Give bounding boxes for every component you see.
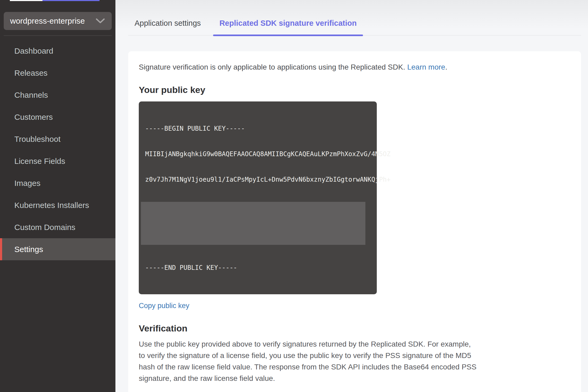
window-top-progress-bar: [42, 0, 100, 1]
intro-text-body: Signature verification is only applicabl…: [139, 63, 407, 71]
public-key-heading: Your public key: [139, 85, 570, 95]
sidebar-item-troubleshoot[interactable]: Troubleshoot: [0, 128, 115, 150]
sidebar-divider: [4, 35, 112, 36]
tab-replicated-sdk-signature-verification[interactable]: Replicated SDK signature verification: [213, 19, 363, 35]
public-key-line: MIIBIjANBgkqhkiG9w0BAQEFAAOCAQ8AMIIBCgKC…: [145, 150, 377, 158]
app-selector-dropdown[interactable]: wordpress-enterprise: [4, 12, 112, 30]
learn-more-link[interactable]: Learn more: [407, 63, 445, 71]
sidebar-item-settings[interactable]: Settings: [0, 238, 115, 260]
public-key-end-line: -----END PUBLIC KEY-----: [145, 263, 377, 272]
sidebar-item-dashboard[interactable]: Dashboard: [0, 40, 115, 62]
verification-heading: Verification: [139, 323, 570, 334]
chevron-down-icon: [96, 18, 105, 24]
sidebar-item-custom-domains[interactable]: Custom Domains: [0, 216, 115, 238]
sidebar-item-license-fields[interactable]: License Fields: [0, 150, 115, 172]
intro-period: .: [445, 63, 447, 71]
sidebar: wordpress-enterprise DashboardReleasesCh…: [0, 0, 115, 392]
verification-description: Use the public key provided above to ver…: [139, 338, 478, 384]
code-language-tabs: GoNodeJSTypeScriptPython: [139, 391, 475, 392]
copy-public-key-link[interactable]: Copy public key: [139, 302, 189, 310]
public-key-line: z0v7Jh7M1NgV1joeu9l1/IaCPsMpyIcL+Dnw5Pdv…: [145, 175, 377, 184]
sidebar-nav: DashboardReleasesChannelsCustomersTroubl…: [0, 40, 115, 260]
public-key-line: -----BEGIN PUBLIC KEY-----: [145, 124, 377, 133]
tab-application-settings[interactable]: Application settings: [128, 19, 207, 35]
sidebar-item-kubernetes-installers[interactable]: Kubernetes Installers: [0, 194, 115, 216]
window-top-strip: [10, 0, 42, 1]
content-card: Signature verification is only applicabl…: [128, 51, 581, 392]
sidebar-item-customers[interactable]: Customers: [0, 106, 115, 128]
sidebar-item-images[interactable]: Images: [0, 172, 115, 194]
public-key-selection-highlight: [141, 202, 365, 245]
sidebar-item-channels[interactable]: Channels: [0, 84, 115, 106]
intro-text: Signature verification is only applicabl…: [139, 63, 570, 71]
settings-tabbar: Application settingsReplicated SDK signa…: [128, 0, 581, 36]
sidebar-item-releases[interactable]: Releases: [0, 62, 115, 84]
app-selector-value: wordpress-enterprise: [10, 16, 85, 25]
public-key-block: -----BEGIN PUBLIC KEY----- MIIBIjANBgkqh…: [139, 101, 377, 294]
main-content: Application settingsReplicated SDK signa…: [115, 0, 588, 392]
